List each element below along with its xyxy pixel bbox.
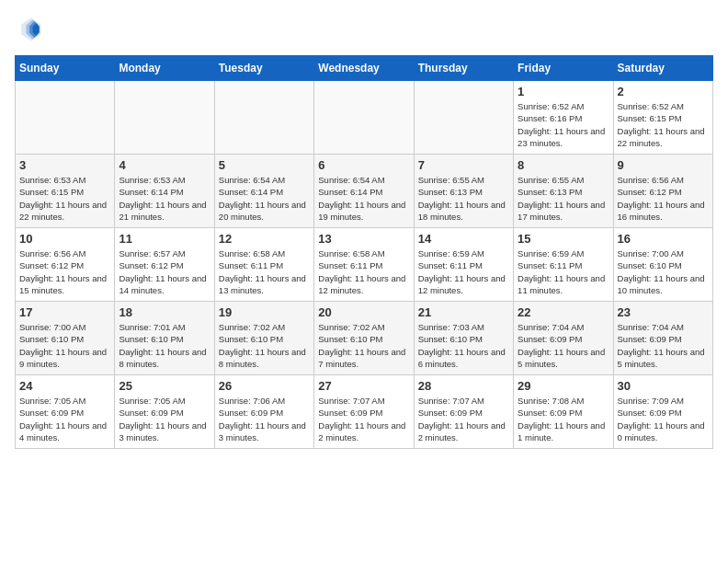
calendar-cell: 3Sunrise: 6:53 AM Sunset: 6:15 PM Daylig… bbox=[16, 155, 115, 228]
calendar-cell: 7Sunrise: 6:55 AM Sunset: 6:13 PM Daylig… bbox=[414, 155, 513, 228]
calendar-cell: 11Sunrise: 6:57 AM Sunset: 6:12 PM Dayli… bbox=[115, 228, 214, 302]
calendar-cell: 5Sunrise: 6:54 AM Sunset: 6:14 PM Daylig… bbox=[214, 155, 313, 228]
calendar-cell: 13Sunrise: 6:58 AM Sunset: 6:11 PM Dayli… bbox=[314, 228, 414, 302]
day-number: 14 bbox=[418, 232, 509, 246]
day-number: 8 bbox=[518, 158, 609, 172]
day-number: 25 bbox=[119, 379, 210, 393]
day-number: 17 bbox=[19, 305, 110, 319]
day-info: Sunrise: 7:05 AM Sunset: 6:09 PM Dayligh… bbox=[119, 395, 210, 443]
day-info: Sunrise: 6:55 AM Sunset: 6:13 PM Dayligh… bbox=[418, 174, 509, 223]
day-number: 15 bbox=[518, 232, 609, 246]
day-number: 3 bbox=[19, 158, 110, 172]
calendar-cell: 6Sunrise: 6:54 AM Sunset: 6:14 PM Daylig… bbox=[314, 155, 414, 228]
day-number: 19 bbox=[219, 305, 310, 319]
day-number: 12 bbox=[219, 232, 310, 246]
day-info: Sunrise: 7:09 AM Sunset: 6:09 PM Dayligh… bbox=[618, 395, 709, 443]
weekday-header-saturday: Saturday bbox=[613, 56, 712, 81]
weekday-header-wednesday: Wednesday bbox=[314, 56, 414, 81]
day-number: 21 bbox=[418, 305, 509, 319]
day-number: 28 bbox=[418, 379, 509, 393]
calendar-week-1: 1Sunrise: 6:52 AM Sunset: 6:16 PM Daylig… bbox=[16, 81, 713, 155]
day-number: 20 bbox=[318, 305, 409, 319]
calendar-cell: 23Sunrise: 7:04 AM Sunset: 6:09 PM Dayli… bbox=[613, 302, 712, 375]
calendar-cell bbox=[314, 81, 414, 155]
day-info: Sunrise: 6:57 AM Sunset: 6:12 PM Dayligh… bbox=[119, 247, 210, 296]
day-number: 11 bbox=[119, 232, 210, 246]
calendar-cell: 26Sunrise: 7:06 AM Sunset: 6:09 PM Dayli… bbox=[214, 375, 313, 449]
day-info: Sunrise: 6:54 AM Sunset: 6:14 PM Dayligh… bbox=[318, 174, 409, 223]
calendar-cell: 4Sunrise: 6:53 AM Sunset: 6:14 PM Daylig… bbox=[115, 155, 214, 228]
calendar-week-4: 17Sunrise: 7:00 AM Sunset: 6:10 PM Dayli… bbox=[16, 302, 713, 375]
calendar-table: SundayMondayTuesdayWednesdayThursdayFrid… bbox=[15, 55, 713, 449]
day-number: 1 bbox=[518, 85, 609, 98]
calendar-cell: 21Sunrise: 7:03 AM Sunset: 6:10 PM Dayli… bbox=[414, 302, 513, 375]
day-info: Sunrise: 7:06 AM Sunset: 6:09 PM Dayligh… bbox=[219, 395, 310, 443]
day-info: Sunrise: 7:07 AM Sunset: 6:09 PM Dayligh… bbox=[418, 395, 509, 443]
calendar-cell: 2Sunrise: 6:52 AM Sunset: 6:15 PM Daylig… bbox=[613, 81, 712, 155]
calendar-cell: 30Sunrise: 7:09 AM Sunset: 6:09 PM Dayli… bbox=[613, 375, 712, 449]
day-number: 16 bbox=[618, 232, 709, 246]
day-info: Sunrise: 6:58 AM Sunset: 6:11 PM Dayligh… bbox=[318, 247, 409, 296]
day-info: Sunrise: 6:52 AM Sunset: 6:15 PM Dayligh… bbox=[618, 100, 709, 149]
day-number: 24 bbox=[19, 379, 110, 393]
calendar-week-2: 3Sunrise: 6:53 AM Sunset: 6:15 PM Daylig… bbox=[16, 155, 713, 228]
day-number: 2 bbox=[618, 85, 709, 98]
calendar-week-3: 10Sunrise: 6:56 AM Sunset: 6:12 PM Dayli… bbox=[16, 228, 713, 302]
calendar-header-row: SundayMondayTuesdayWednesdayThursdayFrid… bbox=[16, 56, 713, 81]
day-number: 23 bbox=[618, 305, 709, 319]
calendar-cell: 15Sunrise: 6:59 AM Sunset: 6:11 PM Dayli… bbox=[514, 228, 613, 302]
day-number: 10 bbox=[19, 232, 110, 246]
weekday-header-monday: Monday bbox=[115, 56, 214, 81]
calendar-cell bbox=[16, 81, 115, 155]
day-info: Sunrise: 6:56 AM Sunset: 6:12 PM Dayligh… bbox=[19, 247, 110, 296]
calendar-cell: 27Sunrise: 7:07 AM Sunset: 6:09 PM Dayli… bbox=[314, 375, 414, 449]
day-info: Sunrise: 6:53 AM Sunset: 6:14 PM Dayligh… bbox=[119, 174, 210, 223]
day-number: 5 bbox=[219, 158, 310, 172]
day-info: Sunrise: 7:02 AM Sunset: 6:10 PM Dayligh… bbox=[318, 321, 409, 370]
calendar-cell: 12Sunrise: 6:58 AM Sunset: 6:11 PM Dayli… bbox=[214, 228, 313, 302]
day-info: Sunrise: 7:00 AM Sunset: 6:10 PM Dayligh… bbox=[618, 247, 709, 296]
weekday-header-thursday: Thursday bbox=[414, 56, 513, 81]
day-number: 26 bbox=[219, 379, 310, 393]
calendar-cell bbox=[414, 81, 513, 155]
day-info: Sunrise: 6:53 AM Sunset: 6:15 PM Dayligh… bbox=[19, 174, 110, 223]
day-info: Sunrise: 6:59 AM Sunset: 6:11 PM Dayligh… bbox=[518, 247, 609, 296]
calendar-cell: 14Sunrise: 6:59 AM Sunset: 6:11 PM Dayli… bbox=[414, 228, 513, 302]
day-number: 30 bbox=[618, 379, 709, 393]
day-number: 7 bbox=[418, 158, 509, 172]
day-number: 27 bbox=[318, 379, 409, 393]
day-info: Sunrise: 6:56 AM Sunset: 6:12 PM Dayligh… bbox=[618, 174, 709, 223]
day-info: Sunrise: 7:05 AM Sunset: 6:09 PM Dayligh… bbox=[19, 395, 110, 443]
weekday-header-sunday: Sunday bbox=[16, 56, 115, 81]
day-info: Sunrise: 7:04 AM Sunset: 6:09 PM Dayligh… bbox=[518, 321, 609, 370]
day-info: Sunrise: 6:52 AM Sunset: 6:16 PM Dayligh… bbox=[518, 100, 609, 149]
calendar-cell: 19Sunrise: 7:02 AM Sunset: 6:10 PM Dayli… bbox=[214, 302, 313, 375]
page-header bbox=[15, 15, 713, 44]
calendar-cell bbox=[115, 81, 214, 155]
day-number: 9 bbox=[618, 158, 709, 172]
day-number: 22 bbox=[518, 305, 609, 319]
weekday-header-friday: Friday bbox=[514, 56, 613, 81]
calendar-cell: 17Sunrise: 7:00 AM Sunset: 6:10 PM Dayli… bbox=[16, 302, 115, 375]
day-info: Sunrise: 7:04 AM Sunset: 6:09 PM Dayligh… bbox=[618, 321, 709, 370]
calendar-cell: 28Sunrise: 7:07 AM Sunset: 6:09 PM Dayli… bbox=[414, 375, 513, 449]
calendar-cell: 18Sunrise: 7:01 AM Sunset: 6:10 PM Dayli… bbox=[115, 302, 214, 375]
calendar-cell: 10Sunrise: 6:56 AM Sunset: 6:12 PM Dayli… bbox=[16, 228, 115, 302]
calendar-cell: 9Sunrise: 6:56 AM Sunset: 6:12 PM Daylig… bbox=[613, 155, 712, 228]
day-number: 4 bbox=[119, 158, 210, 172]
day-number: 18 bbox=[119, 305, 210, 319]
calendar-cell: 1Sunrise: 6:52 AM Sunset: 6:16 PM Daylig… bbox=[514, 81, 613, 155]
day-info: Sunrise: 7:00 AM Sunset: 6:10 PM Dayligh… bbox=[19, 321, 110, 370]
calendar-cell: 24Sunrise: 7:05 AM Sunset: 6:09 PM Dayli… bbox=[16, 375, 115, 449]
day-info: Sunrise: 6:59 AM Sunset: 6:11 PM Dayligh… bbox=[418, 247, 509, 296]
calendar-cell: 25Sunrise: 7:05 AM Sunset: 6:09 PM Dayli… bbox=[115, 375, 214, 449]
calendar-cell: 16Sunrise: 7:00 AM Sunset: 6:10 PM Dayli… bbox=[613, 228, 712, 302]
day-info: Sunrise: 7:03 AM Sunset: 6:10 PM Dayligh… bbox=[418, 321, 509, 370]
calendar-cell: 29Sunrise: 7:08 AM Sunset: 6:09 PM Dayli… bbox=[514, 375, 613, 449]
day-info: Sunrise: 7:02 AM Sunset: 6:10 PM Dayligh… bbox=[219, 321, 310, 370]
calendar-cell: 8Sunrise: 6:55 AM Sunset: 6:13 PM Daylig… bbox=[514, 155, 613, 228]
calendar-cell bbox=[214, 81, 313, 155]
day-info: Sunrise: 7:01 AM Sunset: 6:10 PM Dayligh… bbox=[119, 321, 210, 370]
weekday-header-tuesday: Tuesday bbox=[214, 56, 313, 81]
logo bbox=[15, 15, 48, 44]
